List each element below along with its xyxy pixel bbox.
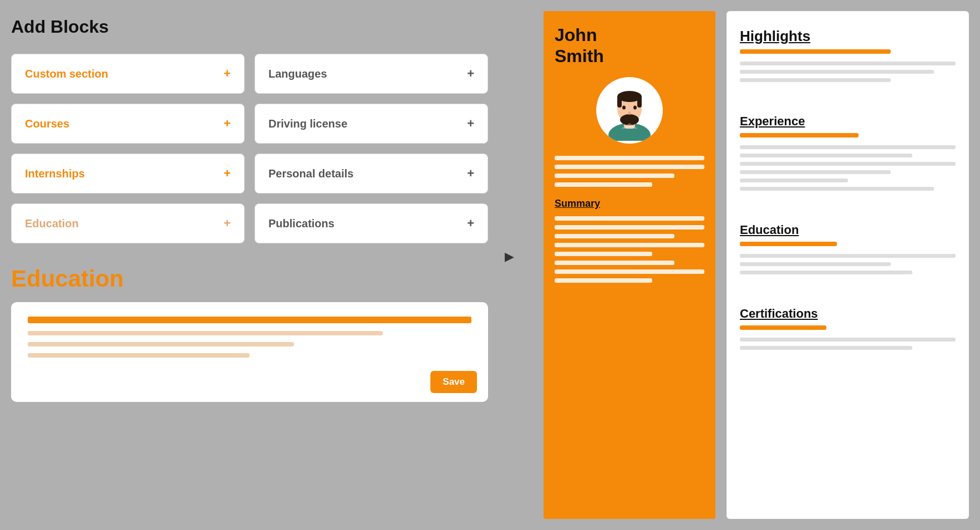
svg-rect-6 [637, 95, 642, 108]
summary-line-8 [555, 278, 652, 283]
resume-info-line-2 [555, 165, 704, 169]
block-btn-languages[interactable]: Languages + [255, 54, 488, 94]
highlights-orange-bar [740, 49, 891, 54]
highlights-section: Highlights [740, 28, 956, 99]
cursor-icon: ▶ [505, 249, 514, 264]
summary-line-2 [555, 225, 704, 230]
add-blocks-title: Add Blocks [11, 11, 488, 43]
resume-left-panel: JohnSmith [544, 11, 715, 519]
svg-point-11 [625, 115, 634, 118]
block-label-personal-details: Personal details [268, 167, 353, 180]
edu-line-3 [28, 353, 250, 358]
block-label-courses: Courses [25, 118, 69, 130]
cert-line-1 [740, 338, 956, 342]
edu-orange-bar [28, 317, 471, 323]
highlights-gray-lines [740, 62, 956, 82]
certifications-orange-bar [740, 325, 826, 330]
svg-point-9 [633, 105, 637, 109]
block-btn-education[interactable]: Education + [11, 203, 245, 243]
save-button[interactable]: Save [430, 371, 477, 393]
block-label-driving-license: Driving license [268, 118, 347, 130]
block-btn-publications[interactable]: Publications + [255, 203, 488, 243]
summary-line-4 [555, 243, 704, 247]
summary-line-6 [555, 261, 674, 265]
experience-section: Experience [740, 114, 956, 207]
exp-line-4 [740, 170, 891, 174]
resume-preview: JohnSmith [544, 11, 715, 519]
cert-line-2 [740, 346, 912, 350]
experience-label: Experience [740, 114, 956, 129]
edu-right-line-3 [740, 271, 912, 274]
left-panel: Add Blocks Custom section + Languages + … [11, 11, 488, 519]
summary-line-7 [555, 269, 704, 274]
exp-line-6 [740, 187, 934, 191]
resume-info-line-3 [555, 174, 674, 178]
edu-right-line-1 [740, 254, 956, 258]
education-card: Save [11, 302, 488, 402]
edu-right-line-2 [740, 262, 891, 266]
education-right-section: Education [740, 223, 956, 291]
exp-line-1 [740, 145, 956, 149]
hl-line-3 [740, 78, 891, 82]
plus-icon-courses: + [224, 116, 231, 131]
education-right-label: Education [740, 223, 956, 237]
plus-icon-custom-section: + [224, 67, 231, 81]
plus-icon-driving-license: + [467, 116, 474, 131]
resume-summary-lines [555, 216, 704, 283]
hl-line-2 [740, 70, 934, 74]
resume-summary-label: Summary [555, 198, 704, 210]
certifications-label: Certifications [740, 307, 956, 321]
education-orange-bar [740, 242, 837, 246]
highlights-title: Highlights [740, 28, 956, 45]
block-btn-driving-license[interactable]: Driving license + [255, 104, 488, 144]
resume-info-line-1 [555, 156, 704, 160]
exp-line-3 [740, 162, 956, 166]
exp-line-2 [740, 154, 912, 157]
block-label-languages: Languages [268, 68, 327, 80]
hl-line-1 [740, 62, 956, 65]
plus-icon-publications: + [467, 216, 474, 231]
experience-gray-lines [740, 145, 956, 191]
block-btn-courses[interactable]: Courses + [11, 104, 245, 144]
resume-name: JohnSmith [555, 24, 704, 67]
plus-icon-internships: + [224, 166, 231, 181]
certifications-section: Certifications [740, 307, 956, 366]
block-btn-internships[interactable]: Internships + [11, 154, 245, 193]
spacer: ▶ [499, 11, 532, 519]
plus-icon-languages: + [467, 67, 474, 81]
right-panel: Highlights Experience Education [727, 11, 969, 519]
exp-line-5 [740, 179, 848, 182]
education-section-heading: Education [11, 266, 488, 292]
svg-point-8 [622, 105, 626, 109]
education-gray-lines [740, 254, 956, 274]
summary-line-1 [555, 216, 704, 221]
edu-line-1 [28, 331, 383, 335]
edu-line-2 [28, 342, 294, 346]
block-label-education: Education [25, 217, 79, 230]
avatar-svg [599, 80, 660, 141]
svg-point-10 [628, 111, 631, 115]
block-btn-custom-section[interactable]: Custom section + [11, 54, 245, 94]
experience-orange-bar [740, 133, 859, 137]
education-section: Education Save [11, 266, 488, 402]
avatar [596, 77, 663, 144]
svg-rect-5 [617, 95, 622, 108]
resume-info-lines [555, 156, 704, 187]
plus-icon-education: + [224, 216, 231, 231]
block-btn-personal-details[interactable]: Personal details + [255, 154, 488, 193]
block-label-custom-section: Custom section [25, 68, 108, 80]
summary-line-5 [555, 252, 652, 256]
plus-icon-personal-details: + [467, 166, 474, 181]
block-label-publications: Publications [268, 217, 334, 230]
certifications-gray-lines [740, 338, 956, 350]
resume-info-line-4 [555, 182, 652, 187]
blocks-grid: Custom section + Languages + Courses + D… [11, 54, 488, 243]
block-label-internships: Internships [25, 167, 85, 180]
summary-line-3 [555, 234, 674, 238]
